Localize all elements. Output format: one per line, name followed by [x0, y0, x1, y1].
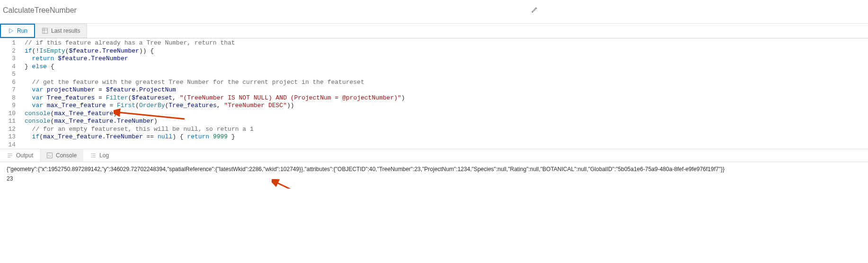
run-button[interactable]: Run	[0, 24, 35, 38]
run-label: Run	[17, 27, 27, 34]
line-number: 14	[0, 141, 16, 149]
editor-toolbar: Run Last results	[0, 24, 868, 38]
play-icon	[8, 27, 14, 34]
line-number: 3	[0, 55, 16, 63]
tab-log[interactable]: Log	[83, 149, 115, 162]
code-line[interactable]: // get the feature with the greatest Tre…	[25, 79, 420, 87]
code-editor[interactable]: 123456789101112131415 // if this feature…	[0, 38, 868, 149]
code-line[interactable]: if(max_Tree_feature.TreeNumber == null) …	[25, 133, 420, 141]
line-number: 10	[0, 110, 16, 118]
line-number: 7	[0, 86, 16, 94]
code-line[interactable]: console(max_Tree_feature.TreeNumber)	[25, 118, 420, 126]
code-line[interactable]: } else {	[25, 63, 420, 71]
line-number: 2	[0, 47, 16, 55]
code-line[interactable]: var projectNumber = $feature.ProjectNum	[25, 86, 420, 94]
line-number: 6	[0, 79, 16, 87]
code-line[interactable]: // calculate the max tree number for thi…	[25, 149, 420, 149]
page-title: CalculateTreeNumber	[3, 6, 77, 15]
results-icon	[42, 27, 48, 34]
tab-console-label: Console	[56, 152, 77, 159]
last-results-button[interactable]: Last results	[35, 24, 87, 38]
console-line: 23	[7, 175, 861, 182]
code-line[interactable]	[25, 141, 420, 149]
line-number: 5	[0, 71, 16, 79]
console-output: {"geometry":{"x":1952750.897289142,"y":3…	[0, 162, 868, 189]
last-results-label: Last results	[51, 27, 80, 34]
code-line[interactable]	[25, 71, 420, 79]
svg-rect-0	[43, 28, 48, 34]
console-icon	[46, 152, 53, 159]
log-icon	[90, 152, 97, 159]
console-wrap: {"geometry":{"x":1952750.897289142,"y":3…	[0, 162, 868, 189]
line-number: 15	[0, 149, 16, 149]
line-number: 4	[0, 63, 16, 71]
editor-wrap: 123456789101112131415 // if this feature…	[0, 38, 868, 149]
line-number: 1	[0, 39, 16, 47]
tab-output-label: Output	[16, 152, 33, 159]
code-line[interactable]: var max_Tree_feature = First(OrderBy(Tre…	[25, 102, 420, 110]
tab-log-label: Log	[99, 152, 109, 159]
line-number: 11	[0, 118, 16, 126]
console-line: {"geometry":{"x":1952750.897289142,"y":3…	[7, 166, 861, 172]
line-gutter: 123456789101112131415	[0, 38, 21, 149]
tab-console[interactable]: Console	[40, 149, 83, 162]
line-number: 13	[0, 133, 16, 141]
line-number: 9	[0, 102, 16, 110]
svg-rect-2	[47, 153, 53, 158]
pencil-icon	[531, 6, 539, 13]
code-line[interactable]: var Tree_features = Filter($featureset, …	[25, 94, 420, 102]
tab-output[interactable]: Output	[0, 149, 40, 162]
edit-button[interactable]	[529, 4, 540, 17]
line-number: 8	[0, 94, 16, 102]
code-area[interactable]: // if this feature already has a Tree Nu…	[21, 38, 420, 149]
code-line[interactable]: return $feature.TreeNumber	[25, 55, 420, 63]
bottom-tabs: Output Console Log	[0, 149, 868, 162]
code-line[interactable]: // for an empty featureset, this will be…	[25, 126, 420, 134]
code-line[interactable]: // if this feature already has a Tree Nu…	[25, 39, 420, 47]
output-icon	[7, 152, 13, 159]
line-number: 12	[0, 126, 16, 134]
code-line[interactable]: if(!IsEmpty($feature.TreeNumber)) {	[25, 47, 420, 55]
header-bar: CalculateTreeNumber	[0, 0, 868, 24]
code-line[interactable]: console(max_Tree_feature)	[25, 110, 420, 118]
